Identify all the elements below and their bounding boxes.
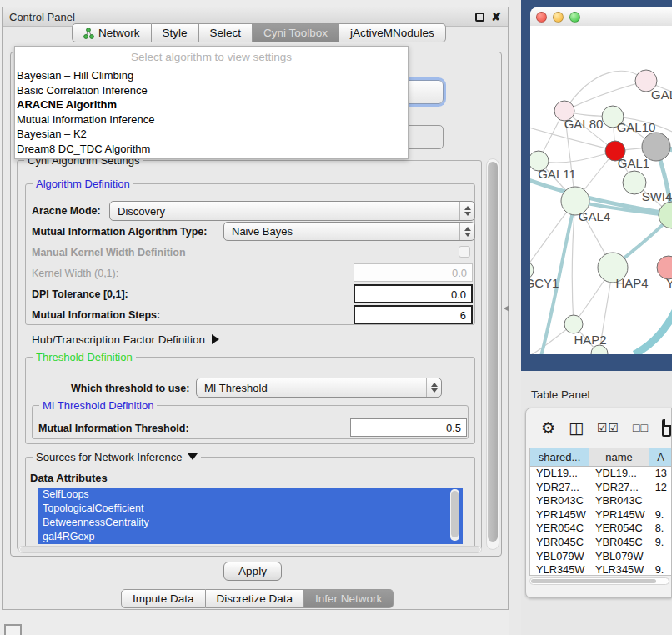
sources-group-title: Sources for Network Inference [33,451,201,463]
table-cell: 13 [649,467,672,481]
table-cell: YBR043C [530,494,589,508]
column-header[interactable]: name [589,448,649,466]
collapsed-arrow-icon[interactable] [212,334,219,344]
stepper-icon[interactable] [459,202,474,220]
split-columns-icon[interactable]: ◫ [569,420,584,436]
checked-boxes-icon[interactable]: ☑☑ [597,420,619,436]
table-cell: YLR345W [530,563,589,576]
gear-icon[interactable]: ⚙ [541,420,555,436]
dpi-tolerance-field[interactable]: 0.0 [354,284,473,303]
unchecked-boxes-icon[interactable]: □□ [633,420,649,436]
settings-vertical-scrollbar[interactable] [486,158,499,550]
node-label: GAL1 [618,156,649,170]
kernel-width-field[interactable]: 0.0 [354,263,473,282]
table-row[interactable]: YBR045CYBR045C9. [530,536,672,550]
tab-label: Style [163,27,188,39]
node-label: GAL80 [564,117,604,131]
which-threshold-combobox[interactable]: MI Threshold [196,378,442,398]
network-view-frame: GALGAL80GAL10GAL1GAL11SWI4GAL4GCY1HAP4YH… [521,0,672,371]
manual-kernel-checkbox[interactable] [459,246,470,258]
minimize-window-icon[interactable] [553,12,564,22]
mi-steps-label: Mutual Information Steps: [32,309,160,321]
table-cell: YBL079W [530,550,589,564]
settings-horizontal-scrollbar[interactable] [18,546,482,553]
dropdown-item[interactable]: Bayesian – Hill Climbing [15,68,408,83]
network-edge [634,311,672,354]
table-row[interactable]: YBL079WYBL079W [530,550,672,564]
dropdown-item[interactable]: Basic Correlation Inference [15,83,408,98]
tab-network[interactable]: Network [72,23,152,42]
attribute-item[interactable]: gal4RGexp [38,530,463,544]
stepper-icon[interactable] [459,222,474,240]
mi-type-label: Mutual Information Algorithm Type: [32,226,207,238]
network-window: GALGAL80GAL10GAL1GAL11SWI4GAL4GCY1HAP4YH… [530,8,672,354]
manual-kernel-label: Manual Kernel Width Definition [32,247,186,258]
attribute-item[interactable]: BetweennessCentrality [38,516,463,530]
tab-jactivemnodules[interactable]: jActiveMNodules [339,23,446,42]
kernel-width-label: Kernel Width (0,1): [32,268,118,279]
dropdown-item[interactable]: ARACNE Algorithm [15,98,408,112]
tab-infer-network[interactable]: Infer Network [304,589,394,608]
mi-algorithm-type-combobox[interactable]: Naive Bayes [223,222,475,241]
table-cell [649,550,672,564]
column-header[interactable]: shared... [530,448,589,466]
node-label: GCY1 [530,276,559,290]
network-node[interactable] [564,315,583,333]
dropdown-item[interactable]: Bayesian – K2 [15,127,408,142]
table-horizontal-scrollbar[interactable] [529,578,669,585]
apply-button[interactable]: Apply [223,562,282,581]
close-panel-icon[interactable]: ✘ [491,12,501,22]
table-row[interactable]: YBR043CYBR043C [530,494,672,508]
dropdown-item[interactable]: Mutual Information Inference [15,112,408,128]
table-cell: YBR045C [530,536,589,550]
control-panel-title: Control Panel [9,11,75,23]
table-cell: 8. [649,522,672,536]
node-label: HAP2 [574,332,606,347]
network-icon [83,28,94,39]
threshold-definition-title: Threshold Definition [33,351,136,363]
aracne-mode-combobox[interactable]: Discovery [109,201,475,221]
data-attributes-list[interactable]: SelfLoopsTopologicalCoefficientBetweenne… [38,488,463,544]
attribute-item[interactable]: TopologicalCoefficient [38,502,463,516]
attribute-item[interactable]: SelfLoops [38,488,463,502]
zoom-window-icon[interactable] [569,12,580,22]
tab-cyni-toolbox[interactable]: Cyni Toolbox [253,23,339,42]
table-cell: YLR345W [589,563,649,576]
tab-select[interactable]: Select [199,23,253,42]
sources-list-scrollbar[interactable] [450,489,459,541]
node-label: GAL11 [538,167,576,181]
tab-impute-data[interactable]: Impute Data [121,589,206,608]
tab-label: Cyni Toolbox [263,27,328,39]
table-panel-card: ⚙◫☑☑□□ shared...nameA YDL19...YDL19...13… [525,408,672,598]
expanded-arrow-icon[interactable] [188,453,198,460]
mi-threshold-field[interactable]: 0.5 [350,418,467,437]
divider-collapse-arrow-icon[interactable] [504,305,509,312]
dropdown-item[interactable]: Dream8 DC_TDC Algorithm [15,142,408,157]
network-window-titlebar [530,8,672,26]
table-row[interactable]: YDR27...YDR27...12 [530,481,672,495]
table-row[interactable]: YLR345WYLR345W9. [530,563,672,576]
network-canvas[interactable]: GALGAL80GAL10GAL1GAL11SWI4GAL4GCY1HAP4YH… [530,26,672,354]
float-panel-icon[interactable] [475,12,484,22]
document-icon[interactable] [662,419,671,437]
table-row[interactable]: YDL19...YDL19...13 [530,467,672,481]
minimized-panel-icon[interactable] [4,624,22,635]
mi-type-value: Naive Bayes [232,225,459,238]
close-window-icon[interactable] [536,12,547,22]
table-row[interactable]: YER054CYER054C8. [530,522,672,536]
column-header[interactable]: A [649,448,672,466]
mi-steps-field[interactable]: 6 [354,305,473,324]
algorithm-dropdown-popup: Select algorithm to view settings Bayesi… [14,46,409,159]
algorithm-definition-title: Algorithm Definition [33,178,133,190]
which-threshold-value: MI Threshold [204,382,426,394]
tab-discretize-data[interactable]: Discretize Data [206,589,305,608]
aracne-mode-value: Discovery [118,205,459,218]
table-cell: 9. [649,508,672,522]
hub-definition-toggle[interactable]: Hub/Transcription Factor Definition [32,333,219,346]
node-label: GAL10 [617,120,656,134]
stepper-icon[interactable] [426,378,441,397]
tab-style[interactable]: Style [152,23,199,42]
table-row[interactable]: YPR145WYPR145W9. [530,508,672,522]
table-cell: YBR043C [589,494,649,508]
panel-divider[interactable] [509,0,521,635]
